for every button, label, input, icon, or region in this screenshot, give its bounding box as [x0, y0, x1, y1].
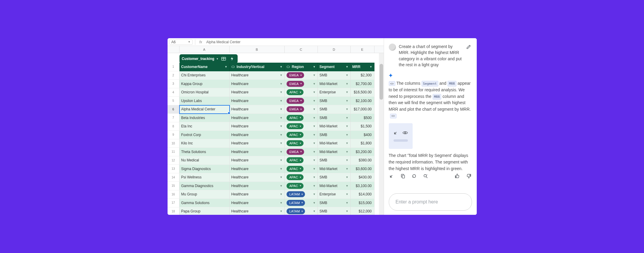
chevron-down-icon[interactable]: ▼	[313, 201, 316, 204]
chevron-down-icon[interactable]: ▼	[346, 150, 349, 153]
cell-segment[interactable]: Mid-Market▼	[318, 182, 351, 190]
chevron-down-icon[interactable]: ▼	[313, 108, 316, 111]
chevron-down-icon[interactable]: ▼	[346, 159, 349, 162]
chevron-down-icon[interactable]: ▼	[313, 193, 316, 196]
chevron-down-icon[interactable]: ▼	[346, 82, 349, 85]
row-number[interactable]: 13	[168, 165, 179, 173]
region-chip[interactable]: EMEA ▼	[287, 81, 304, 87]
region-chip[interactable]: APAC ▼	[287, 140, 304, 146]
cell-segment[interactable]: SMB▼	[318, 173, 351, 182]
bolt-icon[interactable]	[229, 55, 235, 62]
cell-industry[interactable]: Healthcare▼	[230, 80, 285, 88]
chevron-down-icon[interactable]: ▼	[346, 99, 349, 102]
cell-industry[interactable]: Healthcare▼	[230, 199, 285, 207]
region-chip[interactable]: LATAM ▼	[287, 200, 305, 206]
row-number[interactable]: 3	[168, 80, 179, 88]
col-header-customer[interactable]: CustomerName ▼	[179, 63, 230, 71]
cell-mrr[interactable]: $3,600.00	[351, 165, 374, 173]
col-header-mrr[interactable]: MRR ▼	[351, 63, 374, 71]
chevron-down-icon[interactable]: ▼	[346, 184, 349, 187]
cell-region[interactable]: LATAM ▼▼	[285, 207, 318, 215]
chevron-down-icon[interactable]: ▼	[313, 142, 316, 145]
chevron-down-icon[interactable]: ▼	[370, 65, 372, 68]
cell-mrr[interactable]: $3,100.00	[351, 182, 374, 190]
cell-industry[interactable]: Healthcare▼	[230, 207, 285, 215]
row-number[interactable]: 18	[168, 207, 179, 215]
scrollbar-thumb[interactable]	[380, 64, 383, 100]
cell-industry[interactable]: Healthcare▼	[230, 182, 285, 190]
cell-mrr[interactable]: $15,000	[351, 199, 374, 207]
row-number[interactable]: 6	[168, 105, 179, 114]
chevron-down-icon[interactable]: ▼	[313, 116, 316, 119]
region-chip[interactable]: APAC ▼	[287, 89, 304, 95]
cell-mrr[interactable]: $1,500	[351, 122, 374, 131]
chevron-down-icon[interactable]: ▼	[280, 99, 283, 102]
cell-customer[interactable]: Gamma Solutions	[179, 199, 230, 207]
chevron-down-icon[interactable]: ▼	[346, 176, 349, 179]
chevron-down-icon[interactable]: ▼	[280, 82, 283, 85]
cell-region[interactable]: EMEA ▼▼	[285, 105, 318, 114]
cell-region[interactable]: EMEA ▼▼	[285, 71, 318, 80]
prompt-input[interactable]: Enter a prompt here	[389, 193, 472, 211]
cell-region[interactable]: APAC ▼▼	[285, 139, 318, 148]
chevron-down-icon[interactable]: ▼	[280, 125, 283, 128]
chevron-down-icon[interactable]: ▼	[280, 133, 283, 136]
search-spark-icon[interactable]	[423, 173, 428, 179]
chevron-down-icon[interactable]: ▼	[313, 176, 316, 179]
row-number[interactable]: 7	[168, 114, 179, 122]
cell-industry[interactable]: Healthcare▼	[230, 139, 285, 148]
cell-mrr[interactable]: $500	[351, 114, 374, 122]
region-chip[interactable]: APAC ▼	[287, 157, 304, 163]
cell-industry[interactable]: Healthcare▼	[230, 97, 285, 105]
chevron-down-icon[interactable]: ▼	[216, 58, 219, 60]
cell-industry[interactable]: Healthcare▼	[230, 122, 285, 131]
cell-region[interactable]: APAC ▼▼	[285, 165, 318, 173]
cell-region[interactable]: APAC ▼▼	[285, 156, 318, 165]
row-number[interactable]: 12	[168, 156, 179, 165]
cell-region[interactable]: APAC ▼▼	[285, 122, 318, 131]
cell-region[interactable]: EMEA ▼▼	[285, 80, 318, 88]
cell-mrr[interactable]: $2,300	[351, 71, 374, 80]
chevron-down-icon[interactable]: ▼	[346, 133, 349, 136]
chevron-down-icon[interactable]: ▼	[313, 210, 316, 213]
cell-mrr[interactable]: $12,000	[351, 207, 374, 215]
cell-mrr[interactable]: $17,000.00	[351, 105, 374, 114]
chevron-down-icon[interactable]: ▼	[346, 108, 349, 111]
cell-customer[interactable]: Psi Wellness	[179, 173, 230, 182]
cell-segment[interactable]: Enterprise▼	[318, 88, 351, 97]
chevron-down-icon[interactable]: ▼	[313, 91, 316, 94]
cell-customer[interactable]: Alpha Medical Center	[179, 105, 230, 114]
thumbs-up-icon[interactable]	[454, 173, 460, 179]
column-header-B[interactable]: B	[230, 46, 285, 53]
region-chip[interactable]: APAC ▼	[287, 166, 304, 172]
cell-customer[interactable]: Eta Inc	[179, 122, 230, 131]
cell-industry[interactable]: Healthcare▼	[230, 105, 285, 114]
chevron-down-icon[interactable]: ▼	[346, 167, 349, 170]
chevron-down-icon[interactable]: ▼	[313, 82, 316, 85]
cell-industry[interactable]: Healthcare▼	[230, 148, 285, 156]
cell-segment[interactable]: SMB▼	[318, 114, 351, 122]
region-chip[interactable]: EMEA ▼	[287, 98, 304, 104]
region-chip[interactable]: APAC ▼	[287, 174, 304, 180]
row-number[interactable]: 9	[168, 131, 179, 139]
col-header-segment[interactable]: Segment ▼	[318, 63, 351, 71]
cell-region[interactable]: LATAM ▼▼	[285, 190, 318, 199]
cell-segment[interactable]: SMB▼	[318, 71, 351, 80]
cell-customer[interactable]: Sigma Diagnostics	[179, 165, 230, 173]
region-chip[interactable]: APAC ▼	[287, 115, 304, 121]
chevron-down-icon[interactable]: ▼	[313, 65, 316, 68]
table-grid-icon[interactable]	[220, 55, 227, 62]
vertical-scrollbar[interactable]	[379, 53, 384, 215]
column-header-D[interactable]: D	[318, 46, 351, 53]
cell-mrr[interactable]: $400	[351, 131, 374, 139]
column-header-E[interactable]: E	[351, 46, 374, 53]
chevron-down-icon[interactable]: ▼	[313, 125, 316, 128]
cell-mrr[interactable]: $3,200.00	[351, 148, 374, 156]
chevron-down-icon[interactable]: ▼	[313, 133, 316, 136]
chevron-down-icon[interactable]: ▼	[280, 108, 283, 111]
cell-industry[interactable]: Healthcare▼	[230, 190, 285, 199]
region-chip[interactable]: LATAM ▼	[287, 208, 305, 214]
chevron-down-icon[interactable]: ▼	[280, 176, 283, 179]
cell-region[interactable]: APAC ▼▼	[285, 182, 318, 190]
chevron-down-icon[interactable]: ▼	[346, 125, 349, 128]
